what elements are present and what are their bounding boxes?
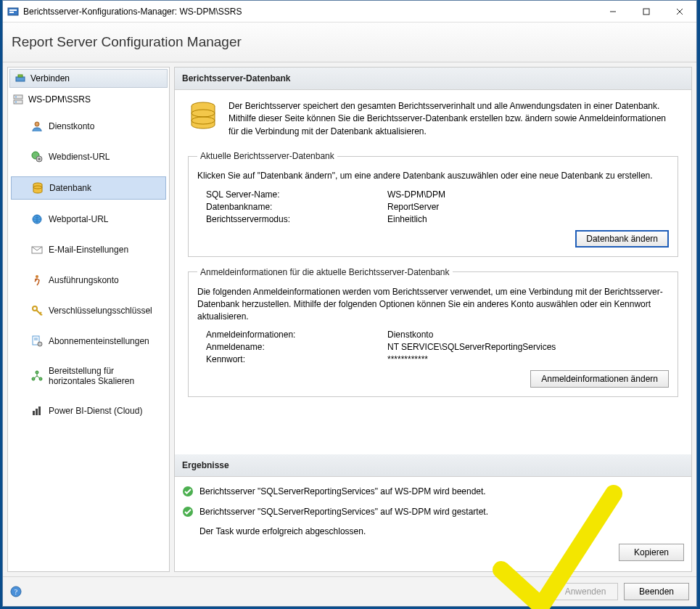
dbname-label: Datenbankname: (206, 202, 387, 212)
sidebar-item-powerbi[interactable]: Power BI-Dienst (Cloud) (11, 400, 166, 422)
results-container: Ergebnisse Berichtsserver "SQLServerRepo… (175, 454, 691, 571)
current-db-group: Aktuelle Berichtsserver-Datenbank Klicke… (188, 151, 678, 257)
help-icon[interactable]: ? (10, 586, 22, 597)
server-node-label: WS-DPM\SSRS (28, 94, 91, 105)
success-icon (182, 486, 194, 497)
maximize-button[interactable] (630, 1, 663, 22)
cred-value: Dienstkonto (387, 330, 669, 340)
result-row: Berichtsserver "SQLServerReportingServic… (182, 486, 684, 497)
sidebar-item-subscriptions[interactable]: Abonnementeinstellungen (11, 330, 166, 352)
key-icon (31, 305, 43, 316)
credentials-legend: Anmeldeinformationen für die aktuelle Be… (197, 267, 453, 277)
password-label: Kennwort: (206, 354, 387, 364)
minimize-button[interactable] (596, 1, 630, 22)
svg-point-11 (15, 97, 17, 98)
current-db-desc: Klicken Sie auf "Datenbank ändern", um e… (197, 170, 669, 182)
app-icon (7, 6, 19, 17)
mode-value: Einheitlich (387, 214, 669, 224)
svg-rect-31 (36, 409, 38, 415)
svg-text:?: ? (15, 588, 18, 596)
svg-point-26 (38, 342, 42, 346)
chart-icon (31, 405, 43, 417)
sidebar-item-label: Dienstkonto (49, 121, 94, 131)
sidebar-item-label: Power BI-Dienst (Cloud) (49, 406, 142, 416)
svg-point-12 (15, 102, 17, 103)
connect-button[interactable]: Verbinden (9, 69, 168, 88)
svg-point-16 (38, 158, 41, 160)
header-bar: Report Server Configuration Manager (3, 23, 696, 62)
sidebar-item-label: Datenbank (49, 183, 91, 193)
svg-rect-9 (14, 95, 22, 99)
svg-point-13 (35, 122, 39, 126)
sidebar-item-dienstkonto[interactable]: Dienstkonto (11, 115, 166, 137)
connect-icon (15, 73, 26, 84)
copy-button[interactable]: Kopieren (619, 544, 684, 561)
page-title: Report Server Configuration Manager (12, 34, 242, 50)
document-gear-icon (31, 335, 43, 347)
svg-rect-30 (33, 411, 35, 415)
window-title: Berichtsserver-Konfigurations-Manager: W… (23, 7, 596, 17)
password-value: ************ (387, 354, 669, 364)
svg-rect-10 (14, 100, 22, 104)
sidebar: Verbinden WS-DPM\SSRS Dienstkonto Webdie… (7, 67, 170, 572)
dbname-value: ReportServer (387, 202, 669, 212)
svg-rect-32 (38, 406, 41, 415)
sql-server-label: SQL Server-Name: (206, 189, 387, 200)
exit-button[interactable]: Beenden (624, 583, 689, 600)
sidebar-item-webportal-url[interactable]: Webportal-URL (11, 208, 166, 230)
sidebar-item-webdienst-url[interactable]: Webdienst-URL (11, 146, 166, 168)
globe-icon (31, 213, 43, 225)
cred-label: Anmeldeinformationen: (206, 330, 387, 340)
login-label: Anmeldename: (206, 342, 387, 352)
main-content: Der Berichtsserver speichert den gesamte… (175, 90, 691, 413)
svg-rect-4 (643, 9, 649, 15)
sidebar-item-label: Bereitstellung für horizontales Skaliere… (49, 366, 162, 386)
svg-point-21 (36, 275, 38, 278)
success-icon (182, 506, 194, 518)
database-icon (32, 182, 44, 194)
main-panel: Berichtsserver-Datenbank Der Berichtsser… (174, 67, 692, 572)
sidebar-item-label: Ausführungskonto (49, 275, 119, 285)
network-icon (31, 370, 43, 382)
section-header: Berichtsserver-Datenbank (175, 68, 691, 90)
sidebar-item-datenbank[interactable]: Datenbank (11, 176, 166, 200)
minimize-icon (609, 8, 617, 15)
sidebar-item-email[interactable]: E-Mail-Einstellungen (11, 239, 166, 261)
svg-rect-2 (9, 12, 14, 13)
mail-icon (31, 244, 43, 256)
result-text: Berichtsserver "SQLServerReportingServic… (199, 486, 486, 496)
credentials-desc: Die folgenden Anmeldeinformationen werde… (197, 286, 669, 322)
result-final-text: Der Task wurde erfolgreich abgeschlossen… (199, 526, 684, 536)
svg-rect-1 (9, 9, 17, 11)
sidebar-item-scaleout[interactable]: Bereitstellung für horizontales Skaliere… (11, 361, 166, 391)
body-area: Verbinden WS-DPM\SSRS Dienstkonto Webdie… (3, 62, 696, 576)
change-credentials-button[interactable]: Anmeldeinformationen ändern (530, 370, 669, 388)
sql-server-value: WS-DPM\DPM (387, 189, 669, 200)
svg-rect-7 (16, 77, 25, 81)
connect-label: Verbinden (30, 73, 70, 83)
apply-button: Anwenden (553, 583, 618, 600)
sidebar-item-label: Webdienst-URL (49, 152, 110, 162)
sidebar-item-encryptionkeys[interactable]: Verschlüsselungsschlüssel (11, 300, 166, 322)
result-text: Berichtsserver "SQLServerReportingServic… (199, 507, 488, 517)
user-icon (31, 120, 43, 132)
sidebar-item-execaccount[interactable]: Ausführungskonto (11, 269, 166, 291)
footer: ? Anwenden Beenden (3, 576, 696, 606)
server-node[interactable]: WS-DPM\SSRS (8, 92, 169, 107)
maximize-icon (643, 8, 650, 15)
credentials-group: Anmeldeinformationen für die aktuelle Be… (188, 267, 678, 397)
titlebar: Berichtsserver-Konfigurations-Manager: W… (3, 1, 696, 23)
runner-icon (31, 274, 43, 286)
close-button[interactable] (663, 1, 696, 22)
database-large-icon (188, 100, 218, 131)
current-db-legend: Aktuelle Berichtsserver-Datenbank (197, 151, 337, 161)
intro-text: Der Berichtsserver speichert den gesamte… (228, 100, 678, 138)
result-row: Berichtsserver "SQLServerReportingServic… (182, 506, 684, 518)
login-value: NT SERVICE\SQLServerReportingServices (387, 342, 669, 352)
change-database-button[interactable]: Datenbank ändern (575, 230, 669, 248)
sidebar-item-label: Webportal-URL (49, 214, 108, 224)
close-icon (676, 8, 683, 15)
globe-gear-icon (31, 151, 43, 163)
svg-point-27 (36, 371, 38, 374)
sidebar-item-label: Verschlüsselungsschlüssel (49, 306, 152, 316)
